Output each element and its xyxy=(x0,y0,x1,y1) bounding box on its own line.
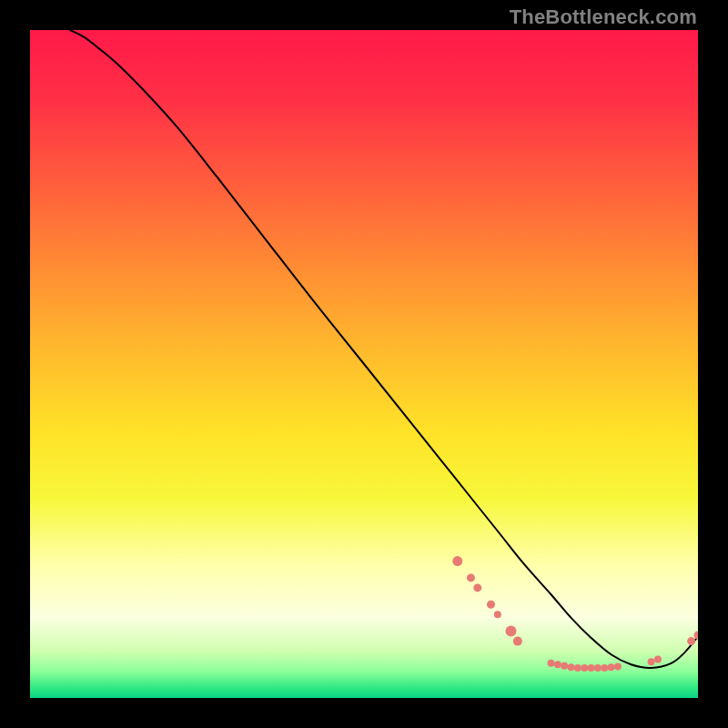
watermark-text: TheBottleneck.com xyxy=(510,5,697,29)
data-marker xyxy=(487,601,495,609)
data-marker xyxy=(554,661,561,668)
chart-frame: TheBottleneck.com xyxy=(0,0,728,728)
data-marker xyxy=(467,573,475,581)
data-marker xyxy=(513,637,522,646)
data-marker xyxy=(687,637,695,645)
data-marker xyxy=(594,664,602,672)
data-marker xyxy=(648,658,655,665)
data-marker xyxy=(601,664,608,672)
data-marker xyxy=(581,664,588,672)
data-marker xyxy=(654,655,662,662)
data-marker xyxy=(574,664,581,672)
chart-plot xyxy=(30,30,698,698)
data-marker xyxy=(614,663,622,671)
data-marker xyxy=(452,556,462,566)
data-marker xyxy=(568,663,575,671)
data-marker xyxy=(561,662,568,670)
data-marker xyxy=(588,664,595,672)
data-marker xyxy=(608,663,615,671)
data-marker xyxy=(473,583,481,592)
data-marker xyxy=(494,611,501,618)
data-marker xyxy=(505,626,516,637)
data-marker xyxy=(548,660,555,667)
